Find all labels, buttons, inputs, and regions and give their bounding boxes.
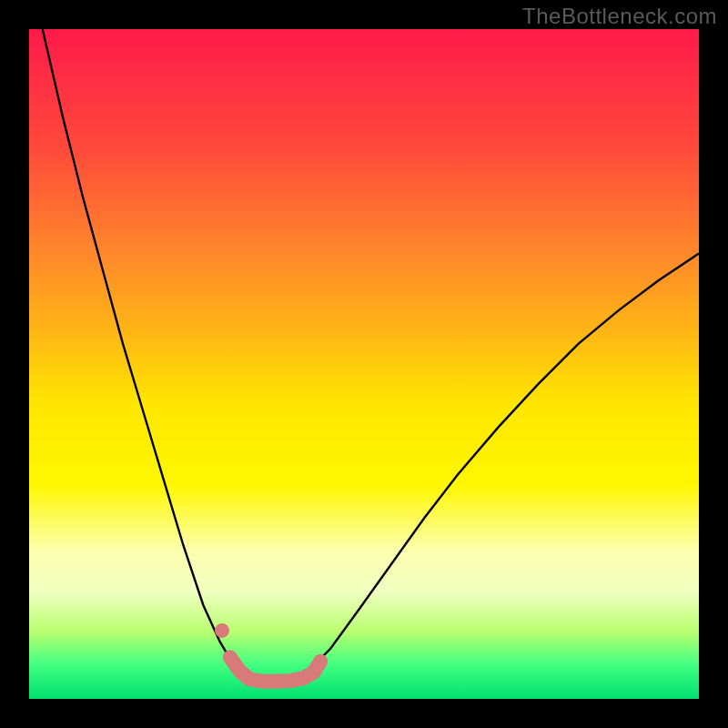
chart-svg — [29, 29, 699, 699]
chart-frame: TheBottleneck.com — [0, 0, 728, 728]
left-dot-marker — [215, 623, 229, 638]
watermark-text: TheBottleneck.com — [522, 4, 717, 29]
right-curve-line — [297, 254, 699, 678]
trough-marker-line — [230, 657, 320, 681]
curve-group — [43, 29, 699, 682]
plot-area — [29, 29, 699, 699]
left-curve-line — [43, 29, 258, 679]
